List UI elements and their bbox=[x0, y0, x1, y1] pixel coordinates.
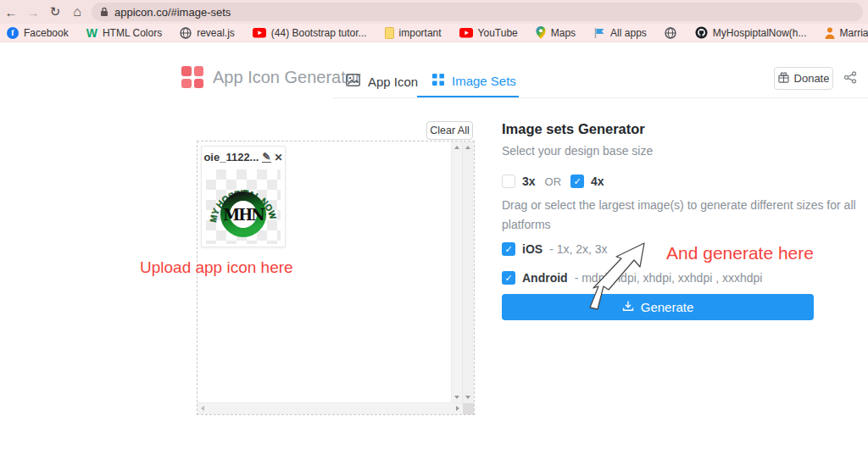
logo-monogram: MHN bbox=[223, 206, 264, 224]
download-icon bbox=[622, 300, 634, 314]
bookmarks-bar: f Facebook W HTML Colors reveal.js (44) … bbox=[0, 24, 868, 42]
or-label: OR bbox=[545, 175, 562, 188]
back-icon[interactable]: ← bbox=[0, 5, 22, 19]
url-text: appicon.co/#image-sets bbox=[114, 6, 231, 19]
check-icon: ✓ bbox=[504, 245, 512, 254]
bookmark-label: YouTube bbox=[478, 27, 518, 39]
site-logo[interactable]: App Icon Generator bbox=[181, 66, 361, 88]
bookmark-label: important bbox=[399, 27, 442, 39]
outer-vertical-scrollbar[interactable] bbox=[462, 141, 474, 403]
tab-app-icon[interactable]: App Icon bbox=[346, 74, 418, 89]
globe-icon bbox=[665, 27, 676, 39]
option-4x-label: 4x bbox=[591, 175, 604, 188]
checkbox-3x[interactable] bbox=[502, 175, 515, 188]
upload-annotation-text: Upload app icon here bbox=[140, 258, 293, 277]
check-icon: ✓ bbox=[504, 274, 512, 283]
remove-image-icon[interactable]: ✕ bbox=[275, 152, 283, 164]
clear-all-button[interactable]: Clear All bbox=[426, 121, 473, 140]
ios-label: iOS bbox=[522, 242, 542, 256]
browser-window: ← → ↻ ⌂ appicon.co/#image-sets f Faceboo… bbox=[0, 0, 868, 449]
bookmark-maps[interactable]: Maps bbox=[536, 26, 576, 39]
checkbox-android[interactable]: ✓ bbox=[502, 271, 515, 285]
tab-label: Image Sets bbox=[452, 74, 516, 88]
ios-sizes: - 1x, 2x, 3x bbox=[549, 242, 607, 256]
lock-icon bbox=[100, 7, 108, 17]
youtube-icon bbox=[253, 28, 266, 38]
bookmark-facebook[interactable]: f Facebook bbox=[7, 27, 69, 39]
reload-icon[interactable]: ↻ bbox=[44, 4, 66, 19]
android-label: Android bbox=[522, 271, 568, 285]
checkbox-4x[interactable]: ✓ bbox=[570, 175, 584, 188]
panel-description: Drag or select the largest image(s) to g… bbox=[502, 196, 868, 235]
uploaded-image-card[interactable]: oie_1122... ✎ ✕ MY HOSPITAL NOW bbox=[201, 146, 286, 247]
scroll-right-icon[interactable] bbox=[456, 406, 459, 411]
gift-icon bbox=[778, 72, 789, 86]
bookmark-unnamed[interactable] bbox=[665, 27, 682, 39]
generate-annotation-text: And generate here bbox=[666, 243, 814, 263]
scroll-up-icon[interactable] bbox=[465, 146, 470, 149]
bookmark-label: Facebook bbox=[24, 27, 69, 39]
android-option-row: ✓ Android - mdpi, hdpi, xhdpi, xxhdpi , … bbox=[502, 271, 762, 285]
tab-label: App Icon bbox=[368, 75, 418, 89]
donate-button[interactable]: Donate bbox=[774, 67, 833, 90]
tab-image-sets[interactable]: Image Sets bbox=[432, 74, 516, 88]
grid-icon bbox=[432, 74, 444, 88]
bookmark-youtube[interactable]: YouTube bbox=[459, 27, 518, 39]
checkbox-ios[interactable]: ✓ bbox=[502, 242, 515, 256]
bookmark-html-colors[interactable]: W HTML Colors bbox=[86, 26, 162, 40]
maps-pin-icon bbox=[536, 26, 546, 39]
image-drop-zone[interactable]: oie_1122... ✎ ✕ MY HOSPITAL NOW bbox=[197, 141, 475, 415]
scroll-down-icon[interactable] bbox=[465, 396, 470, 399]
address-bar[interactable]: appicon.co/#image-sets bbox=[92, 3, 863, 21]
bookmark-label: HTML Colors bbox=[103, 27, 162, 39]
scroll-left-icon[interactable] bbox=[201, 406, 204, 411]
base-size-options: 3x OR ✓ 4x bbox=[502, 175, 604, 188]
panel-title: Image sets Generator bbox=[502, 121, 645, 137]
forward-icon[interactable]: → bbox=[22, 5, 44, 19]
bookmark-myhospiptalnow[interactable]: MyHospiptalNow(h... bbox=[695, 26, 807, 39]
image-thumbnail: MY HOSPITAL NOW MHN bbox=[206, 169, 281, 244]
bookmark-label: Maps bbox=[551, 27, 576, 39]
horizontal-scrollbar[interactable] bbox=[198, 402, 463, 414]
bookmark-revealjs[interactable]: reveal.js bbox=[180, 27, 235, 39]
bookmark-label: All apps bbox=[610, 27, 647, 39]
facebook-icon: f bbox=[7, 27, 19, 39]
bookmark-important[interactable]: important bbox=[385, 27, 442, 39]
scroll-up-icon[interactable] bbox=[454, 146, 459, 149]
browser-toolbar: ← → ↻ ⌂ appicon.co/#image-sets bbox=[0, 0, 868, 24]
panel-subtitle: Select your design base size bbox=[502, 144, 653, 158]
bookmark-all-apps[interactable]: All apps bbox=[593, 27, 647, 39]
appicon-grid-logo-icon bbox=[181, 66, 203, 88]
generate-button[interactable]: Generate bbox=[502, 294, 814, 320]
file-name: oie_1122... bbox=[203, 151, 259, 164]
note-icon bbox=[385, 27, 394, 39]
edit-icon[interactable]: ✎ bbox=[262, 152, 270, 163]
youtube-icon bbox=[459, 28, 473, 38]
scroll-down-icon[interactable] bbox=[454, 396, 459, 399]
generate-label: Generate bbox=[641, 300, 694, 314]
header-divider bbox=[333, 97, 868, 98]
hospital-logo: MY HOSPITAL NOW MHN bbox=[206, 169, 281, 244]
inner-vertical-scrollbar[interactable] bbox=[451, 141, 463, 403]
globe-icon bbox=[180, 27, 192, 39]
android-sizes: - mdpi, hdpi, xhdpi, xxhdpi , xxxhdpi bbox=[575, 271, 763, 285]
check-icon: ✓ bbox=[573, 177, 581, 186]
ios-option-row: ✓ iOS - 1x, 2x, 3x bbox=[502, 242, 608, 256]
bookmark-bootstrap-tutorial[interactable]: (44) Bootstrap tutor... bbox=[253, 27, 367, 39]
site-title: App Icon Generator bbox=[213, 68, 361, 87]
bookmark-label: Marriage Biodata F... bbox=[840, 27, 868, 39]
bookmark-label: (44) Bootstrap tutor... bbox=[271, 27, 367, 39]
bookmark-marriage-biodata[interactable]: Marriage Biodata F... bbox=[825, 27, 868, 39]
picture-icon bbox=[346, 74, 360, 89]
github-icon bbox=[695, 26, 708, 39]
bookmark-label: MyHospiptalNow(h... bbox=[713, 27, 807, 39]
scrollbar-corner bbox=[463, 403, 474, 414]
option-3x-label: 3x bbox=[522, 175, 536, 188]
share-icon[interactable] bbox=[843, 71, 857, 87]
bookmark-label: reveal.js bbox=[197, 27, 235, 39]
person-icon bbox=[825, 27, 835, 39]
flag-icon bbox=[593, 27, 605, 39]
w-letter-icon: W bbox=[86, 26, 97, 40]
donate-label: Donate bbox=[794, 72, 830, 85]
home-icon[interactable]: ⌂ bbox=[66, 4, 88, 19]
